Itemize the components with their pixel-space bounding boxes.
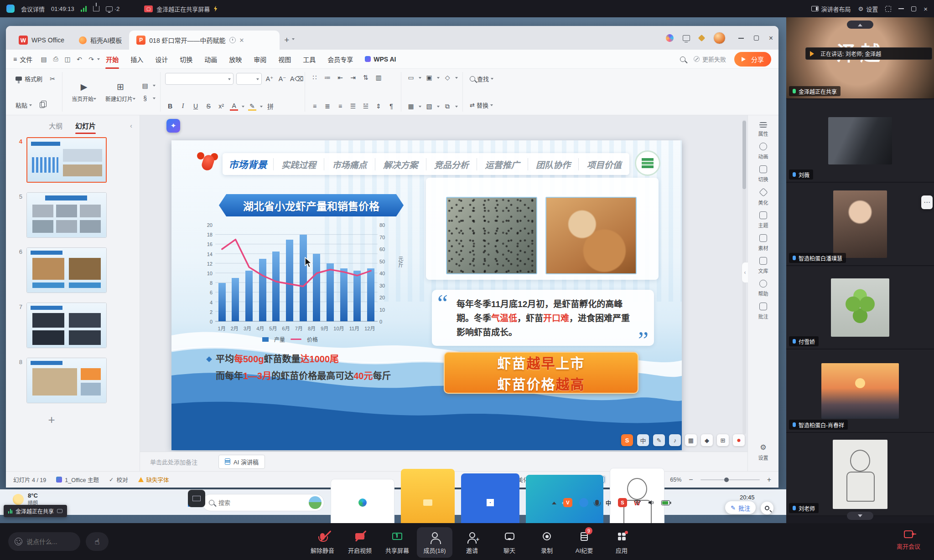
tab-slideshow[interactable]: 放映	[223, 50, 248, 69]
ai-speech-button[interactable]: AI 演讲稿	[218, 455, 265, 469]
font-family-select[interactable]	[165, 73, 234, 85]
tool-assets[interactable]: 素材	[758, 234, 768, 252]
find-button[interactable]: 查找	[467, 73, 496, 84]
format-painter-button[interactable]: 格式刷	[13, 73, 45, 84]
save-icon[interactable]: ▤	[39, 55, 49, 64]
apps-button[interactable]: 应用	[604, 527, 639, 558]
template-tab[interactable]: 稻壳AI模板	[72, 31, 129, 50]
bullet-list-icon[interactable]: ∷	[310, 73, 320, 82]
unmute-button[interactable]: 解除静音	[305, 527, 340, 558]
slide-thumbnail-row[interactable]: 4	[6, 137, 140, 183]
slide-thumbnail[interactable]	[26, 303, 107, 348]
mic-tray-icon[interactable]	[595, 500, 599, 505]
increase-indent-icon[interactable]: ⇥	[348, 73, 358, 82]
tab-transition[interactable]: 切换	[174, 50, 198, 69]
numbered-list-icon[interactable]: ≔	[322, 73, 332, 82]
raise-hand-button[interactable]: ☝	[86, 532, 109, 551]
close-tab-icon[interactable]: ✕	[239, 37, 244, 44]
record-button[interactable]: 录制	[529, 527, 565, 558]
superscript-button[interactable]: x²	[216, 102, 226, 111]
replace-button[interactable]: ⇄替换	[467, 99, 495, 111]
line-spacing-icon[interactable]: ⇕	[374, 102, 384, 111]
maximize-button[interactable]	[911, 6, 916, 11]
wps-minimize-button[interactable]	[738, 38, 744, 39]
tool-help[interactable]: 帮助	[758, 280, 768, 297]
pen-icon[interactable]: ✎	[653, 434, 665, 446]
magnifier-float-button[interactable]	[761, 502, 773, 514]
align-right-icon[interactable]: ≡	[335, 102, 345, 111]
mic-icon[interactable]: ♪	[669, 434, 681, 446]
volume-icon[interactable]	[648, 500, 654, 505]
justify-icon[interactable]: ☰	[348, 102, 358, 111]
sharing-status-pill[interactable]: 金泽越正在共享	[4, 505, 67, 517]
nav-item[interactable]: 解决方案	[375, 158, 426, 170]
wps-restore-button[interactable]	[754, 36, 759, 41]
wifi-icon[interactable]	[634, 500, 641, 505]
slide-thumbnail[interactable]	[26, 358, 107, 403]
fullscreen-icon[interactable]	[885, 6, 891, 12]
tool-theme[interactable]: 主题	[758, 211, 768, 229]
redo-icon[interactable]: ↷	[86, 55, 96, 64]
nav-item[interactable]: 项目价值	[578, 158, 629, 170]
table-tool-icon[interactable]: ▦	[406, 102, 416, 111]
taskbar-search[interactable]	[202, 494, 324, 511]
export-icon[interactable]	[93, 6, 99, 11]
tab-tools[interactable]: 工具	[297, 50, 322, 69]
ai-orb-icon[interactable]	[666, 34, 674, 42]
tab-design[interactable]: 设计	[149, 50, 174, 69]
preview-icon[interactable]: ◫	[62, 55, 73, 64]
nav-item[interactable]: 市场痛点	[324, 158, 375, 170]
layout-tool-icon[interactable]: ▤	[140, 81, 150, 90]
tab-wps-ai[interactable]: WPS AI	[359, 50, 402, 69]
tab-list-caret-icon[interactable]	[292, 38, 295, 41]
new-slide-button[interactable]: ⊞新建幻灯片	[101, 81, 140, 103]
align-center-icon[interactable]: ≣	[322, 102, 332, 111]
taskbar-clock[interactable]: 20:45	[740, 494, 755, 501]
slide-thumbnail[interactable]	[26, 192, 107, 238]
chart-tool-icon[interactable]: ▧	[424, 102, 434, 111]
search-input[interactable]	[218, 499, 305, 506]
theme-indicator[interactable]: 1_Office 主题	[56, 475, 99, 484]
clear-format-icon[interactable]: A⌫	[290, 74, 300, 83]
tool-animation[interactable]: 动画	[758, 143, 768, 160]
tab-member[interactable]: 会员专享	[322, 50, 359, 69]
decrease-indent-icon[interactable]: ⇤	[335, 73, 345, 82]
speaker-layout-button[interactable]: 演讲者布局	[811, 5, 851, 13]
nav-item[interactable]: 竞品分析	[426, 158, 477, 170]
slides-tab[interactable]: 幻灯片	[75, 121, 96, 130]
text-direction-icon[interactable]: ⇅	[361, 73, 371, 82]
paragraph-settings-icon[interactable]: ¶	[386, 102, 396, 111]
leave-meeting-button[interactable]: 离开会议	[897, 530, 920, 550]
outline-tab[interactable]: 大纲	[49, 121, 62, 130]
shape-tool-icon[interactable]: ◇	[442, 73, 452, 82]
ai-minutes-button[interactable]: 9 AI纪要	[566, 527, 602, 558]
tool-properties[interactable]: 属性	[758, 121, 768, 137]
wps-home-tab[interactable]: W WPS Office	[11, 31, 72, 50]
minimize-button[interactable]	[898, 8, 904, 9]
edge-browser-icon[interactable]	[331, 479, 394, 526]
document-tab[interactable]: P 018 虾口常开——中药赋能 ✕	[129, 31, 280, 50]
chat-input[interactable]	[26, 538, 72, 545]
collapse-tools-icon[interactable]: ‹	[742, 262, 748, 283]
tool-library[interactable]: 文库	[758, 257, 768, 274]
cut-icon[interactable]: ✂	[47, 74, 57, 83]
bold-button[interactable]: B	[165, 102, 175, 111]
workbench-icon[interactable]	[683, 35, 690, 41]
columns-icon[interactable]: ▥	[374, 73, 384, 82]
collapse-panel-down-button[interactable]	[847, 512, 873, 520]
tray-expand-icon[interactable]	[552, 499, 556, 504]
tile-more-button[interactable]: ⋯	[921, 195, 933, 209]
zoom-slider[interactable]	[700, 479, 760, 480]
history-icon[interactable]	[229, 37, 236, 43]
zoom-level[interactable]: 65%	[670, 477, 681, 483]
file-menu[interactable]: ≡ 文件	[13, 55, 32, 64]
language-icon[interactable]: 中	[637, 434, 649, 446]
invite-button[interactable]: 邀请	[454, 527, 490, 558]
print-icon[interactable]: ⎙	[51, 55, 61, 64]
participant-tile[interactable]: 刘老师	[786, 433, 934, 516]
section-tool-icon[interactable]: §	[140, 94, 150, 103]
slide-thumbnail-row[interactable]: 5	[6, 192, 140, 238]
underline-button[interactable]: U	[191, 102, 201, 111]
collapse-panel-icon[interactable]: ‹	[130, 122, 132, 129]
zoom-out-button[interactable]: −	[689, 476, 693, 484]
